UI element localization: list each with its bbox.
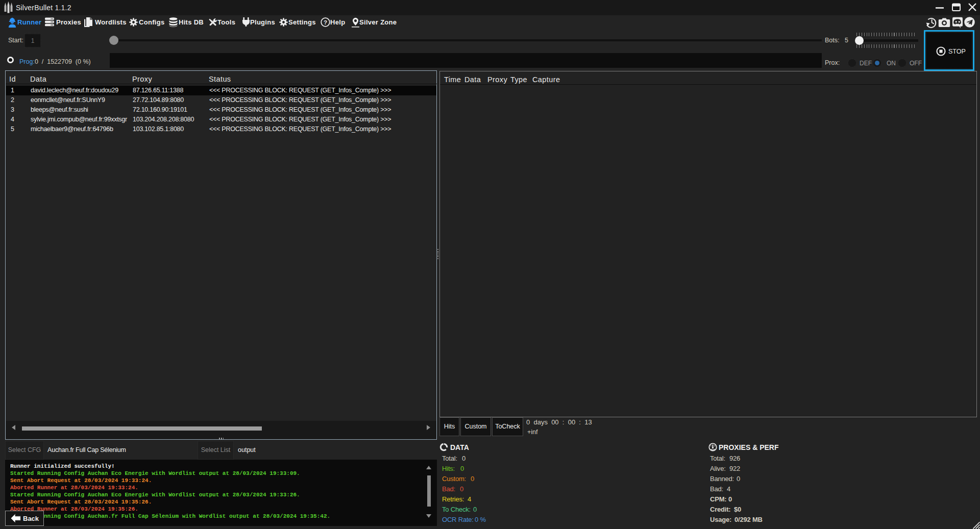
svg-text:?: ? [324, 19, 327, 26]
